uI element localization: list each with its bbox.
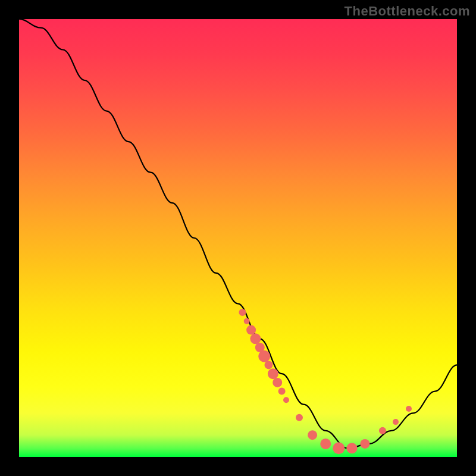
scatter-dot: [265, 361, 273, 369]
chart-container: TheBottleneck.com: [0, 0, 476, 476]
scatter-dot: [239, 309, 246, 316]
scatter-dot: [360, 439, 369, 449]
scatter-dot: [278, 388, 286, 395]
scatter-dot: [273, 378, 282, 387]
scatter-dot: [308, 430, 317, 440]
scatter-dot: [333, 442, 345, 454]
bottleneck-curve-line: [19, 19, 457, 448]
scatter-dot: [246, 325, 256, 335]
scatter-dot: [258, 350, 270, 362]
curve-svg: [19, 19, 457, 457]
scatter-dot: [250, 333, 261, 344]
scatter-dot: [283, 397, 289, 403]
watermark-label: TheBottleneck.com: [345, 4, 470, 19]
scatter-dot: [346, 443, 357, 453]
scatter-dot: [268, 368, 278, 379]
scatter-dot: [393, 419, 399, 425]
scatter-dot: [320, 439, 331, 449]
scatter-dot: [406, 406, 412, 412]
scatter-dot: [244, 318, 250, 324]
scatter-dot: [296, 414, 303, 421]
scatter-dot: [379, 427, 386, 434]
plot-area: [19, 19, 457, 457]
